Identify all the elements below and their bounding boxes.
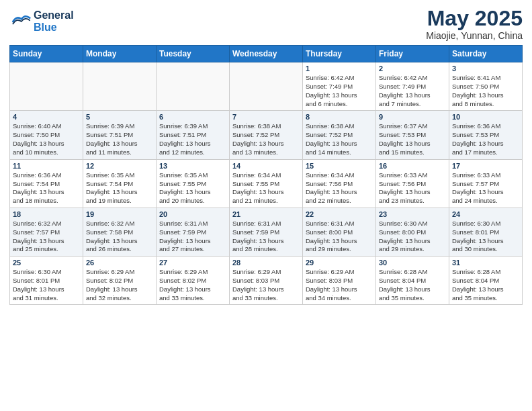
day-content: Sunrise: 6:39 AMSunset: 7:51 PMDaylight:… — [159, 122, 226, 156]
week-row-4: 18Sunrise: 6:32 AMSunset: 7:57 PMDayligh… — [10, 208, 523, 256]
day-content: Sunrise: 6:31 AMSunset: 8:00 PMDaylight:… — [306, 220, 373, 254]
day-content: Sunrise: 6:29 AMSunset: 8:02 PMDaylight:… — [86, 268, 153, 302]
calendar-cell: 1Sunrise: 6:42 AMSunset: 7:49 PMDaylight… — [303, 62, 376, 111]
day-content: Sunrise: 6:40 AMSunset: 7:50 PMDaylight:… — [13, 122, 80, 156]
day-content: Sunrise: 6:31 AMSunset: 7:59 PMDaylight:… — [159, 220, 226, 254]
day-number: 1 — [306, 64, 373, 73]
calendar-cell — [83, 62, 157, 111]
day-number: 17 — [452, 162, 519, 170]
weekday-header-row: SundayMondayTuesdayWednesdayThursdayFrid… — [10, 46, 523, 62]
day-number: 7 — [232, 113, 300, 121]
day-content: Sunrise: 6:30 AMSunset: 8:01 PMDaylight:… — [13, 268, 80, 302]
day-content: Sunrise: 6:38 AMSunset: 7:52 PMDaylight:… — [306, 122, 373, 156]
week-row-3: 11Sunrise: 6:36 AMSunset: 7:54 PMDayligh… — [10, 159, 523, 208]
title-area: May 2025 Miaojie, Yunnan, China — [426, 7, 523, 41]
day-number: 18 — [13, 210, 80, 218]
calendar-cell: 10Sunrise: 6:36 AMSunset: 7:53 PMDayligh… — [449, 111, 523, 159]
calendar-cell — [157, 62, 230, 111]
day-number: 9 — [379, 113, 446, 121]
day-content: Sunrise: 6:36 AMSunset: 7:53 PMDaylight:… — [452, 122, 519, 156]
day-number: 15 — [306, 162, 373, 170]
day-number: 24 — [452, 210, 519, 218]
week-row-1: 1Sunrise: 6:42 AMSunset: 7:49 PMDaylight… — [10, 62, 523, 111]
logo-icon — [9, 11, 31, 32]
day-content: Sunrise: 6:30 AMSunset: 8:01 PMDaylight:… — [452, 220, 519, 254]
day-content: Sunrise: 6:32 AMSunset: 7:57 PMDaylight:… — [13, 220, 80, 254]
header: General Blue May 2025 Miaojie, Yunnan, C… — [9, 7, 523, 41]
day-number: 26 — [86, 259, 153, 267]
calendar-cell: 27Sunrise: 6:29 AMSunset: 8:02 PMDayligh… — [157, 257, 230, 305]
calendar-cell: 5Sunrise: 6:39 AMSunset: 7:51 PMDaylight… — [83, 111, 157, 159]
day-content: Sunrise: 6:28 AMSunset: 8:04 PMDaylight:… — [379, 268, 446, 302]
page: General Blue May 2025 Miaojie, Yunnan, C… — [0, 0, 532, 411]
calendar-cell: 3Sunrise: 6:41 AMSunset: 7:50 PMDaylight… — [449, 62, 523, 111]
calendar-cell: 30Sunrise: 6:28 AMSunset: 8:04 PMDayligh… — [376, 257, 449, 305]
calendar-cell: 21Sunrise: 6:31 AMSunset: 7:59 PMDayligh… — [230, 208, 303, 256]
day-content: Sunrise: 6:36 AMSunset: 7:54 PMDaylight:… — [13, 171, 80, 205]
day-content: Sunrise: 6:37 AMSunset: 7:53 PMDaylight:… — [379, 122, 446, 156]
calendar-cell: 26Sunrise: 6:29 AMSunset: 8:02 PMDayligh… — [83, 257, 157, 305]
day-content: Sunrise: 6:35 AMSunset: 7:55 PMDaylight:… — [159, 171, 226, 205]
calendar-cell: 2Sunrise: 6:42 AMSunset: 7:49 PMDaylight… — [376, 62, 449, 111]
week-row-2: 4Sunrise: 6:40 AMSunset: 7:50 PMDaylight… — [10, 111, 523, 159]
day-number: 23 — [379, 210, 446, 218]
day-content: Sunrise: 6:34 AMSunset: 7:55 PMDaylight:… — [232, 171, 300, 205]
weekday-header-tuesday: Tuesday — [157, 46, 230, 62]
day-number: 27 — [159, 259, 226, 267]
day-content: Sunrise: 6:35 AMSunset: 7:54 PMDaylight:… — [86, 171, 153, 205]
calendar-cell: 20Sunrise: 6:31 AMSunset: 7:59 PMDayligh… — [157, 208, 230, 256]
day-number: 21 — [232, 210, 300, 218]
day-content: Sunrise: 6:29 AMSunset: 8:03 PMDaylight:… — [306, 268, 373, 302]
calendar-cell: 19Sunrise: 6:32 AMSunset: 7:58 PMDayligh… — [83, 208, 157, 256]
calendar-cell: 11Sunrise: 6:36 AMSunset: 7:54 PMDayligh… — [10, 159, 83, 208]
day-content: Sunrise: 6:32 AMSunset: 7:58 PMDaylight:… — [86, 220, 153, 254]
day-number: 19 — [86, 210, 153, 218]
day-number: 20 — [159, 210, 226, 218]
calendar: SundayMondayTuesdayWednesdayThursdayFrid… — [9, 45, 523, 305]
day-number: 31 — [452, 259, 519, 267]
calendar-cell: 7Sunrise: 6:38 AMSunset: 7:52 PMDaylight… — [230, 111, 303, 159]
day-number: 28 — [232, 259, 300, 267]
day-content: Sunrise: 6:31 AMSunset: 7:59 PMDaylight:… — [232, 220, 300, 254]
day-number: 4 — [13, 113, 80, 121]
day-content: Sunrise: 6:42 AMSunset: 7:49 PMDaylight:… — [306, 74, 373, 108]
calendar-cell: 23Sunrise: 6:30 AMSunset: 8:00 PMDayligh… — [376, 208, 449, 256]
calendar-cell: 31Sunrise: 6:28 AMSunset: 8:04 PMDayligh… — [449, 257, 523, 305]
calendar-cell: 14Sunrise: 6:34 AMSunset: 7:55 PMDayligh… — [230, 159, 303, 208]
day-number: 10 — [452, 113, 519, 121]
calendar-cell: 28Sunrise: 6:29 AMSunset: 8:03 PMDayligh… — [230, 257, 303, 305]
calendar-cell: 22Sunrise: 6:31 AMSunset: 8:00 PMDayligh… — [303, 208, 376, 256]
weekday-header-sunday: Sunday — [10, 46, 83, 62]
calendar-cell: 4Sunrise: 6:40 AMSunset: 7:50 PMDaylight… — [10, 111, 83, 159]
calendar-cell: 13Sunrise: 6:35 AMSunset: 7:55 PMDayligh… — [157, 159, 230, 208]
day-number: 30 — [379, 259, 446, 267]
day-number: 8 — [306, 113, 373, 121]
day-content: Sunrise: 6:29 AMSunset: 8:03 PMDaylight:… — [232, 268, 300, 302]
calendar-cell — [10, 62, 83, 111]
location: Miaojie, Yunnan, China — [426, 30, 523, 41]
week-row-5: 25Sunrise: 6:30 AMSunset: 8:01 PMDayligh… — [10, 257, 523, 305]
calendar-cell: 12Sunrise: 6:35 AMSunset: 7:54 PMDayligh… — [83, 159, 157, 208]
day-content: Sunrise: 6:28 AMSunset: 8:04 PMDaylight:… — [452, 268, 519, 302]
day-content: Sunrise: 6:34 AMSunset: 7:56 PMDaylight:… — [306, 171, 373, 205]
day-content: Sunrise: 6:41 AMSunset: 7:50 PMDaylight:… — [452, 74, 519, 108]
day-number: 6 — [159, 113, 226, 121]
logo: General Blue — [9, 9, 74, 33]
day-content: Sunrise: 6:33 AMSunset: 7:57 PMDaylight:… — [452, 171, 519, 205]
day-number: 16 — [379, 162, 446, 170]
logo-general-text: General — [34, 9, 74, 21]
weekday-header-friday: Friday — [376, 46, 449, 62]
day-number: 5 — [86, 113, 153, 121]
day-number: 12 — [86, 162, 153, 170]
day-number: 22 — [306, 210, 373, 218]
day-number: 14 — [232, 162, 300, 170]
weekday-header-thursday: Thursday — [303, 46, 376, 62]
calendar-cell: 17Sunrise: 6:33 AMSunset: 7:57 PMDayligh… — [449, 159, 523, 208]
calendar-cell: 8Sunrise: 6:38 AMSunset: 7:52 PMDaylight… — [303, 111, 376, 159]
day-content: Sunrise: 6:39 AMSunset: 7:51 PMDaylight:… — [86, 122, 153, 156]
day-number: 29 — [306, 259, 373, 267]
calendar-cell: 24Sunrise: 6:30 AMSunset: 8:01 PMDayligh… — [449, 208, 523, 256]
calendar-cell: 6Sunrise: 6:39 AMSunset: 7:51 PMDaylight… — [157, 111, 230, 159]
logo-blue-text: Blue — [34, 21, 74, 34]
day-number: 2 — [379, 64, 446, 73]
